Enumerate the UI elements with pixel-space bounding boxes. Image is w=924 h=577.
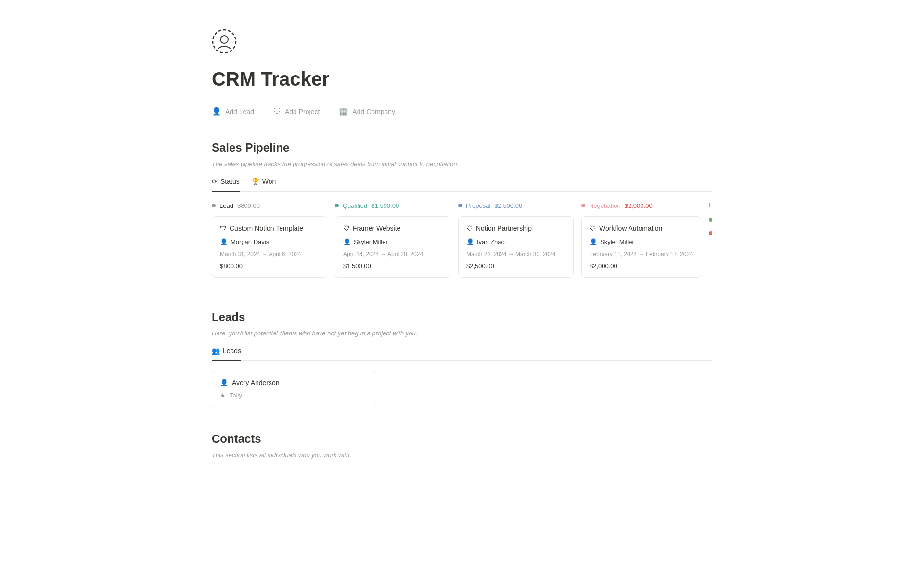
deal-title: Custom Notion Template xyxy=(230,223,303,233)
tab-status-label: Status xyxy=(220,177,240,187)
deal-amount: $2,000.00 xyxy=(590,261,693,271)
deal-title: Workflow Automation xyxy=(599,223,662,233)
lead-name-text: Avery Anderson xyxy=(232,378,280,388)
person-name: Skyler Miller xyxy=(600,237,634,247)
lost-dot xyxy=(709,231,712,235)
person-icon: 👤 xyxy=(590,237,597,247)
lead-source-text: Tally xyxy=(230,391,242,400)
pipeline-board: Lead $800.00 🛡 Custom Notion Template 👤 … xyxy=(212,201,712,286)
hidden-group-lost: Lost $0.00 xyxy=(709,229,712,238)
pipeline-column-lead: Lead $800.00 🛡 Custom Notion Template 👤 … xyxy=(212,201,327,282)
deal-person: 👤 Ivan Zhao xyxy=(466,237,565,247)
star-icon: ★ xyxy=(220,391,226,400)
quick-actions: 👤 Add Lead 🛡 Add Project 🏢 Add Company xyxy=(212,107,712,116)
svg-point-0 xyxy=(213,30,236,53)
deal-icon: 🛡 xyxy=(466,223,473,233)
deal-name: 🛡 Framer Website xyxy=(343,223,442,233)
deal-name: 🛡 Workflow Automation xyxy=(590,223,693,233)
sales-pipeline-title: Sales Pipeline xyxy=(212,139,712,156)
person-icon: 👤 xyxy=(212,107,221,116)
add-project-button[interactable]: 🛡 Add Project xyxy=(273,107,320,116)
deal-name: 🛡 Custom Notion Template xyxy=(220,223,319,233)
deal-dates: February 11, 2024 → February 17, 2024 xyxy=(590,250,693,258)
tab-status[interactable]: ⟳ Status xyxy=(212,177,240,192)
deal-icon: 🛡 xyxy=(343,223,350,233)
column-header-qualified: Qualified $1,500.00 xyxy=(335,201,450,211)
deal-title: Framer Website xyxy=(353,223,400,233)
add-company-label: Add Company xyxy=(352,108,395,115)
leads-tabs: 👥 Leads xyxy=(212,346,712,361)
person-name: Morgan Davis xyxy=(231,237,269,247)
add-company-button[interactable]: 🏢 Add Company xyxy=(339,107,395,116)
svg-point-1 xyxy=(220,36,228,43)
deal-amount: $800.00 xyxy=(220,261,319,271)
won-dot xyxy=(709,218,712,222)
page-container: CRM Tracker 👤 Add Lead 🛡 Add Project 🏢 A… xyxy=(173,0,751,522)
add-project-label: Add Project xyxy=(285,108,320,115)
qualified-label: Qualified xyxy=(343,201,367,211)
deal-icon: 🛡 xyxy=(590,223,596,233)
pipeline-tabs: ⟳ Status 🏆 Won xyxy=(212,177,712,192)
status-icon: ⟳ xyxy=(212,177,218,187)
lead-label: Lead xyxy=(219,201,233,211)
column-header-negotiation: Negotiation $2,000.00 xyxy=(581,201,701,211)
hidden-groups-title: Hidden groups xyxy=(709,201,712,210)
deal-dates: April 14, 2024 → April 20, 2024 xyxy=(343,250,442,258)
page-title: CRM Tracker xyxy=(212,64,712,93)
pipeline-column-proposal: Proposal $2,500.00 🛡 Notion Partnership … xyxy=(458,201,574,282)
negotiation-dot xyxy=(581,204,585,207)
lead-amount: $800.00 xyxy=(237,201,260,211)
qualified-amount: $1,500.00 xyxy=(371,201,399,211)
contacts-desc: This section lists all individuals who y… xyxy=(212,450,712,460)
person-name: Skyler Miller xyxy=(354,237,388,247)
deal-person: 👤 Skyler Miller xyxy=(590,237,693,247)
deal-card-framer[interactable]: 🛡 Framer Website 👤 Skyler Miller April 1… xyxy=(335,216,450,278)
column-header-lead: Lead $800.00 xyxy=(212,201,327,211)
deal-amount: $1,500.00 xyxy=(343,261,442,271)
leads-desc: Here, you'll list potential clients who … xyxy=(212,329,712,338)
proposal-label: Proposal xyxy=(466,201,490,211)
pipeline-column-negotiation: Negotiation $2,000.00 🛡 Workflow Automat… xyxy=(581,201,701,282)
lead-source: ★ Tally xyxy=(220,391,367,400)
deal-name: 🛡 Notion Partnership xyxy=(466,223,565,233)
proposal-dot xyxy=(458,204,462,207)
sales-pipeline-section: Sales Pipeline The sales pipeline tracks… xyxy=(212,139,712,285)
leads-tab-icon: 👥 xyxy=(212,346,220,356)
deal-amount: $2,500.00 xyxy=(466,261,565,271)
person-icon: 👤 xyxy=(343,237,351,247)
deal-person: 👤 Skyler Miller xyxy=(343,237,442,247)
deal-title: Notion Partnership xyxy=(476,223,532,233)
negotiation-amount: $2,000.00 xyxy=(625,201,653,211)
lead-row-avery[interactable]: 👤 Avery Anderson ★ Tally xyxy=(212,371,375,408)
deal-dates: March 24, 2024 → March 30, 2024 xyxy=(466,250,565,258)
deal-dates: March 31, 2024 → April 6, 2024 xyxy=(220,250,319,258)
negotiation-label: Negotiation xyxy=(589,201,621,211)
deal-card-notion-partnership[interactable]: 🛡 Notion Partnership 👤 Ivan Zhao March 2… xyxy=(458,216,574,278)
deal-card-custom-notion[interactable]: 🛡 Custom Notion Template 👤 Morgan Davis … xyxy=(212,216,327,278)
lead-name: 👤 Avery Anderson xyxy=(220,378,367,388)
tab-leads[interactable]: 👥 Leads xyxy=(212,346,241,361)
column-header-proposal: Proposal $2,500.00 xyxy=(458,201,574,211)
pipeline-column-qualified: Qualified $1,500.00 🛡 Framer Website 👤 S… xyxy=(335,201,450,282)
contacts-title: Contacts xyxy=(212,430,712,448)
deal-card-workflow[interactable]: 🛡 Workflow Automation 👤 Skyler Miller Fe… xyxy=(581,216,701,278)
company-icon: 🏢 xyxy=(339,107,348,116)
person-icon: 👤 xyxy=(220,237,228,247)
deal-person: 👤 Morgan Davis xyxy=(220,237,319,247)
sales-pipeline-desc: The sales pipeline tracks the progressio… xyxy=(212,159,712,169)
leads-section: Leads Here, you'll list potential client… xyxy=(212,308,712,407)
person-icon: 👤 xyxy=(466,237,474,247)
qualified-dot xyxy=(335,204,339,207)
add-lead-button[interactable]: 👤 Add Lead xyxy=(212,107,254,116)
project-icon: 🛡 xyxy=(273,107,281,116)
contacts-section: Contacts This section lists all individu… xyxy=(212,430,712,460)
hidden-groups: Hidden groups Won $0.00 Lost $0.00 xyxy=(709,201,712,282)
tab-won[interactable]: 🏆 Won xyxy=(251,177,276,192)
deal-icon: 🛡 xyxy=(220,223,227,233)
trophy-icon: 🏆 xyxy=(251,177,259,187)
leads-title: Leads xyxy=(212,308,712,326)
leads-tab-label: Leads xyxy=(223,346,241,356)
add-lead-label: Add Lead xyxy=(225,108,254,115)
person-icon: 👤 xyxy=(220,378,228,388)
proposal-amount: $2,500.00 xyxy=(494,201,522,211)
